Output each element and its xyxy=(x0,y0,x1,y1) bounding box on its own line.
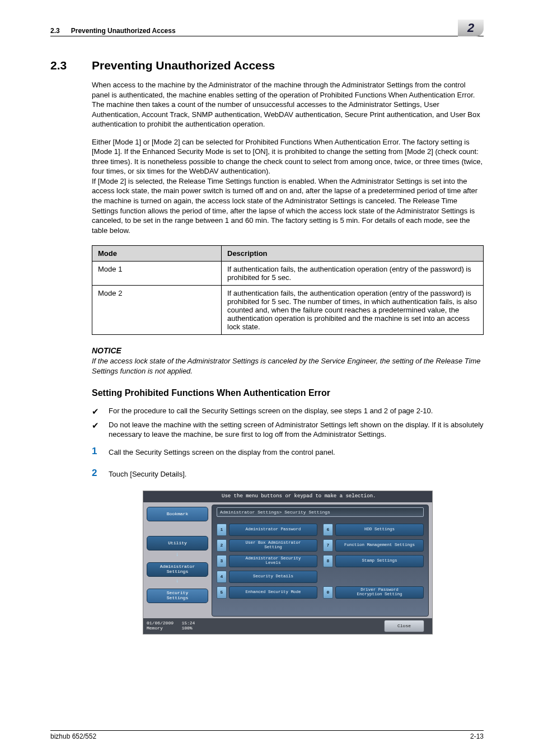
table-row: Mode 1 If authentication fails, the auth… xyxy=(92,262,484,286)
item-number: 8 xyxy=(323,555,333,567)
step-text: Touch [Security Details]. xyxy=(109,468,186,479)
header-section-name: Preventing Unauthorized Access xyxy=(71,27,176,35)
item-number: 5 xyxy=(217,586,227,599)
item-number: 1 xyxy=(217,524,227,536)
check-text: For the procedure to call the Security S… xyxy=(109,406,433,417)
item-number: 0 xyxy=(323,586,333,599)
page-header: 2.3 Preventing Unauthorized Access 2 xyxy=(50,20,484,36)
ss-timestamp: 01/06/2009 15:24 Memory 100% xyxy=(147,621,195,631)
security-details-button[interactable]: Security Details xyxy=(229,571,317,583)
enhanced-security-mode-button[interactable]: Enhanced Security Mode xyxy=(229,586,317,599)
ss-instruction: Use the menu buttons or keypad to make a… xyxy=(143,491,432,502)
table-row: Mode 2 If authentication fails, the auth… xyxy=(92,286,484,335)
paragraph-2: Either [Mode 1] or [Mode 2] can be selec… xyxy=(92,137,484,235)
check-text: Do not leave the machine with the settin… xyxy=(109,420,484,440)
page-footer: bizhub 652/552 2-13 xyxy=(50,730,484,740)
check-item: ✔ Do not leave the machine with the sett… xyxy=(92,420,484,440)
ss-breadcrumb: Administrator Settings> Security Setting… xyxy=(217,507,424,517)
body-content: When access to the machine by the Admini… xyxy=(92,80,484,634)
ss-sidebar: Bookmark Utility ↓ Administrator Setting… xyxy=(147,505,208,617)
control-panel-screenshot: Use the menu buttons or keypad to make a… xyxy=(143,491,433,634)
item-number: 4 xyxy=(217,571,227,583)
step-number: 1 xyxy=(92,446,109,456)
security-settings-button[interactable]: Security Settings xyxy=(147,589,208,603)
item-number: 3 xyxy=(217,555,227,567)
table-header-description: Description xyxy=(222,246,484,262)
step: 2 Touch [Security Details]. xyxy=(92,468,484,479)
checkmark-icon: ✔ xyxy=(92,420,109,440)
subheading: Setting Prohibited Functions When Authen… xyxy=(92,388,484,398)
hdd-settings-button[interactable]: HDD Settings xyxy=(335,524,424,536)
item-number: 2 xyxy=(217,539,227,552)
ss-footer: 01/06/2009 15:24 Memory 100% Close xyxy=(143,618,432,634)
step: 1 Call the Security Settings screen on t… xyxy=(92,446,484,458)
item-number: 7 xyxy=(323,539,333,552)
check-list: ✔ For the procedure to call the Security… xyxy=(92,406,484,439)
bookmark-button[interactable]: Bookmark xyxy=(147,507,208,521)
function-management-button[interactable]: Function Management Settings xyxy=(335,539,424,552)
utility-button[interactable]: Utility xyxy=(147,536,208,550)
cell-desc: If authentication fails, the authenticat… xyxy=(222,286,484,335)
check-item: ✔ For the procedure to call the Security… xyxy=(92,406,484,417)
cell-mode: Mode 2 xyxy=(92,286,222,335)
document-page: 2.3 Preventing Unauthorized Access 2 2.3… xyxy=(0,0,534,756)
step-number: 2 xyxy=(92,468,109,478)
screenshot-wrap: Use the menu buttons or keypad to make a… xyxy=(92,491,484,634)
cell-mode: Mode 1 xyxy=(92,262,222,286)
section-number: 2.3 xyxy=(50,59,92,72)
header-title: 2.3 Preventing Unauthorized Access xyxy=(50,27,458,35)
user-box-admin-button[interactable]: User Box Administrator Setting xyxy=(229,539,317,552)
close-button[interactable]: Close xyxy=(384,620,424,632)
driver-password-encryption-button[interactable]: Driver Password Encryption Setting xyxy=(335,586,424,599)
steps-list: 1 Call the Security Settings screen on t… xyxy=(92,446,484,479)
stamp-settings-button[interactable]: Stamp Settings xyxy=(335,555,424,567)
section-title: 2.3 Preventing Unauthorized Access xyxy=(50,59,484,72)
arrow-down-icon: ↓ xyxy=(147,552,208,558)
ss-grid: 1Administrator Password 6HDD Settings 2U… xyxy=(217,524,424,599)
header-section-number: 2.3 xyxy=(50,27,60,35)
admin-password-button[interactable]: Administrator Password xyxy=(229,524,317,536)
arrow-down-icon: ↓ xyxy=(147,578,208,584)
table-header-mode: Mode xyxy=(92,246,222,262)
checkmark-icon: ✔ xyxy=(92,406,109,417)
footer-product: bizhub 652/552 xyxy=(50,732,96,740)
item-number: 6 xyxy=(323,524,333,536)
paragraph-1: When access to the machine by the Admini… xyxy=(92,80,484,129)
admin-security-levels-button[interactable]: Administrator Security Levels xyxy=(229,555,317,567)
mode-table: Mode Description Mode 1 If authenticatio… xyxy=(92,245,484,335)
step-text: Call the Security Settings screen on the… xyxy=(109,446,335,458)
section-heading: Preventing Unauthorized Access xyxy=(92,59,275,72)
notice-heading: NOTICE xyxy=(92,346,484,355)
chapter-badge: 2 xyxy=(458,20,484,36)
footer-page: 2-13 xyxy=(470,732,484,740)
cell-desc: If authentication fails, the authenticat… xyxy=(222,262,484,286)
notice-body: If the access lock state of the Administ… xyxy=(92,356,484,376)
ss-main-panel: Administrator Settings> Security Setting… xyxy=(212,505,429,617)
admin-settings-button[interactable]: Administrator Settings xyxy=(147,562,208,577)
